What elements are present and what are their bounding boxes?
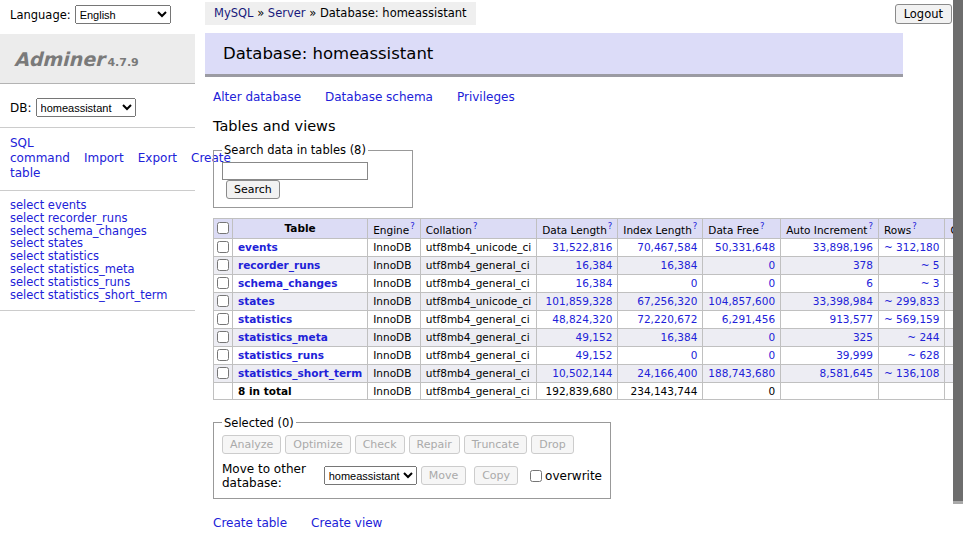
auto-increment-cell-link[interactable]: 33,398,984 [813,295,873,307]
index-length-cell-link[interactable]: 72,220,672 [637,313,697,325]
rows-cell-link[interactable]: ~ 136,108 [884,367,940,379]
sidebar-action-link[interactable]: SQL command [10,136,70,165]
sidebar-action-link[interactable]: Export [138,151,177,165]
data-length-cell-link[interactable]: 16,384 [576,277,613,289]
row-checkbox[interactable] [217,349,229,361]
data-length-cell-link[interactable]: 101,859,328 [546,295,613,307]
data-free-cell-link[interactable]: 0 [768,259,775,271]
check-button[interactable]: Check [355,435,405,454]
breadcrumb-link[interactable]: MySQL [214,6,254,20]
table-name-link[interactable]: statistics_runs [238,349,324,361]
search-button[interactable]: Search [226,180,280,199]
table-name-link[interactable]: states [238,295,275,307]
auto-increment-cell-link[interactable]: 913,577 [830,313,873,325]
optimize-button[interactable]: Optimize [285,435,350,454]
auto-increment-cell-link[interactable]: 39,999 [836,349,873,361]
repair-button[interactable]: Repair [409,435,460,454]
language-select[interactable]: English [75,5,171,24]
rows-cell-link[interactable]: ~ 299,833 [884,295,940,307]
data-length-cell-link[interactable]: 48,824,320 [552,313,612,325]
sidebar-select-link[interactable]: select recorder_runs [10,212,185,225]
search-legend: Search data in tables (8) [222,143,368,157]
logout-button[interactable]: Logout [895,4,952,24]
data-length-cell-link[interactable]: 16,384 [576,259,613,271]
rows-cell-link[interactable]: ~ 244 [907,331,939,343]
rows-cell-link[interactable]: ~ 628 [907,349,939,361]
select-all-checkbox[interactable] [217,222,229,234]
copy-button[interactable]: Copy [474,466,518,485]
database-action-link[interactable]: Database schema [325,90,433,104]
column-doc-link[interactable]: ? [760,221,765,231]
truncate-button[interactable]: Truncate [464,435,527,454]
analyze-button[interactable]: Analyze [222,435,281,454]
data-free-cell-link[interactable]: 104,857,600 [708,295,775,307]
data-free-cell-link[interactable]: 0 [768,277,775,289]
column-header-index-length: Index Length? [618,219,703,239]
column-doc-link[interactable]: ? [473,221,478,231]
scrollbar-thumb[interactable] [953,0,963,504]
rows-cell-link[interactable]: ~ 5 [921,259,940,271]
table-name-link[interactable]: schema_changes [238,277,338,289]
index-length-cell-link[interactable]: 16,384 [661,331,698,343]
table-name-link[interactable]: recorder_runs [238,259,320,271]
data-free-cell-link[interactable]: 188,743,680 [708,367,775,379]
data-free-cell-link[interactable]: 6,291,456 [722,313,775,325]
index-length-cell-link[interactable]: 16,384 [661,259,698,271]
data-free-cell-link[interactable]: 0 [768,331,775,343]
index-length-cell-link[interactable]: 0 [691,277,698,289]
rows-cell-link[interactable]: ~ 3 [921,277,940,289]
sidebar-action-link[interactable]: Import [84,151,124,165]
index-length-cell-link[interactable]: 0 [691,349,698,361]
row-checkbox[interactable] [217,331,229,343]
database-action-link[interactable]: Alter database [213,90,301,104]
row-checkbox[interactable] [217,241,229,253]
table-name-link[interactable]: events [238,241,278,253]
rows-cell-link[interactable]: ~ 569,159 [884,313,940,325]
sidebar-select-link[interactable]: select statistics_runs [10,276,185,289]
auto-increment-cell-link[interactable]: 6 [866,277,873,289]
column-doc-link[interactable]: ? [868,221,873,231]
auto-increment-cell-link[interactable]: 33,898,196 [813,241,873,253]
move-database-select[interactable]: homeassistant [324,466,417,485]
app-title[interactable]: Adminer [14,48,104,70]
db-select[interactable]: homeassistant [36,98,136,117]
auto-increment-cell-link[interactable]: 378 [853,259,873,271]
data-length-cell-link[interactable]: 49,152 [576,331,613,343]
column-doc-link[interactable]: ? [410,221,415,231]
sidebar-select-link[interactable]: select statistics_short_term [10,289,185,302]
table-name-link[interactable]: statistics_short_term [238,367,362,379]
data-free-cell-link[interactable]: 0 [768,349,775,361]
engine-cell: InnoDB [368,328,421,346]
row-checkbox[interactable] [217,367,229,379]
column-doc-link[interactable]: ? [912,221,917,231]
table-name-link[interactable]: statistics_meta [238,331,328,343]
row-checkbox[interactable] [217,313,229,325]
index-length-cell-link[interactable]: 24,166,400 [637,367,697,379]
data-length-cell-link[interactable]: 10,502,144 [552,367,612,379]
sidebar-select-link[interactable]: select statistics_meta [10,263,185,276]
overwrite-checkbox[interactable] [530,470,542,482]
row-checkbox[interactable] [217,259,229,271]
index-length-cell-link[interactable]: 70,467,584 [637,241,697,253]
auto-increment-cell-link[interactable]: 8,581,645 [819,367,872,379]
breadcrumb-link[interactable]: Server [268,6,306,20]
data-length-cell-link[interactable]: 49,152 [576,349,613,361]
table-name-link[interactable]: statistics [238,313,292,325]
column-doc-link[interactable]: ? [608,221,613,231]
row-select-cell [214,256,233,274]
rows-cell-link[interactable]: ~ 312,180 [884,241,940,253]
sidebar-select-link[interactable]: select events [10,199,185,212]
create-link[interactable]: Create view [311,516,382,530]
drop-button[interactable]: Drop [531,435,573,454]
row-checkbox[interactable] [217,295,229,307]
row-checkbox[interactable] [217,277,229,289]
column-doc-link[interactable]: ? [693,221,698,231]
move-button[interactable]: Move [421,466,467,485]
database-action-link[interactable]: Privileges [457,90,515,104]
create-link[interactable]: Create table [213,516,287,530]
index-length-cell-link[interactable]: 67,256,320 [637,295,697,307]
data-free-cell-link[interactable]: 50,331,648 [715,241,775,253]
search-input[interactable] [222,162,368,180]
auto-increment-cell-link[interactable]: 325 [853,331,873,343]
data-length-cell-link[interactable]: 31,522,816 [552,241,612,253]
